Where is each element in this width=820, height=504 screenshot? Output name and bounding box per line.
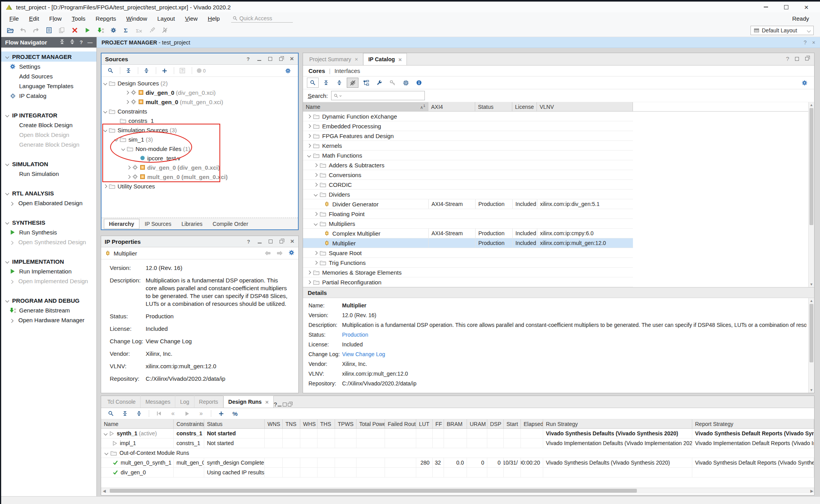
column-header-dsp[interactable]: DSP xyxy=(487,419,504,428)
layout-selector[interactable]: Default Layout xyxy=(750,26,814,35)
flow-item-run-implementation[interactable]: Run Implementation xyxy=(1,266,96,276)
chevron-right-icon[interactable] xyxy=(125,91,129,94)
edit-disabled-button[interactable] xyxy=(146,25,158,35)
report-button[interactable] xyxy=(43,25,55,35)
column-header-whs[interactable]: WHS xyxy=(300,419,317,428)
scroll-up-arrow[interactable]: ▲ xyxy=(809,298,814,303)
column-header-tns[interactable]: TNS xyxy=(283,419,300,428)
chevron-right-icon[interactable] xyxy=(103,184,107,188)
catalog-row[interactable]: Complex MultiplierAXI4-StreamProductionI… xyxy=(303,229,633,238)
run-button[interactable] xyxy=(82,25,93,35)
scroll-up-arrow[interactable]: ▲ xyxy=(809,102,814,108)
menu-help[interactable]: Help xyxy=(203,14,225,23)
float-icon[interactable] xyxy=(287,402,292,407)
close-tab-icon[interactable]: × xyxy=(398,56,402,63)
column-header-vlnv[interactable]: VLNV xyxy=(537,102,633,111)
sources-tree-row[interactable]: sim_1 (3) xyxy=(102,135,298,144)
sources-panel-header[interactable]: Sources ? × xyxy=(102,53,298,65)
collapse-all-button[interactable] xyxy=(123,66,134,76)
menu-reports[interactable]: Reports xyxy=(91,14,121,23)
column-header-start[interactable]: Start xyxy=(504,419,521,428)
flow-item-open-synthesized-design[interactable]: Open Synthesized Design xyxy=(1,237,96,247)
chevron-down-icon[interactable] xyxy=(5,113,9,117)
flow-section-header[interactable]: PROJECT MANAGER xyxy=(1,51,96,62)
catalog-row[interactable]: Kernels xyxy=(303,141,633,151)
ip-properties-header[interactable]: IP Properties ? × xyxy=(101,236,298,247)
back-arrow-icon[interactable] xyxy=(264,250,271,257)
catalog-row[interactable]: Partial Reconfiguration xyxy=(303,277,633,287)
chevron-down-icon[interactable] xyxy=(103,81,107,85)
column-header-license[interactable]: License xyxy=(512,102,537,111)
flow-item-open-hardware-manager[interactable]: Open Hardware Manager xyxy=(1,315,96,325)
run-button[interactable] xyxy=(181,408,193,419)
expand-all-button[interactable] xyxy=(133,408,145,419)
close-icon[interactable]: × xyxy=(290,239,295,244)
chevron-down-icon[interactable] xyxy=(121,147,125,151)
catalog-row[interactable]: Square Root xyxy=(303,248,633,258)
flow-item-settings[interactable]: Settings xyxy=(1,62,96,71)
collapse-all-icon[interactable] xyxy=(59,39,65,46)
property-link[interactable]: View Change Log xyxy=(146,337,291,345)
chevron-right-icon[interactable] xyxy=(307,280,311,284)
catalog-row[interactable]: Divider GeneratorAXI4-StreamProductionIn… xyxy=(303,199,633,209)
window-minimize-button[interactable] xyxy=(763,4,768,10)
chevron-down-icon[interactable] xyxy=(314,192,318,196)
minimize-icon[interactable] xyxy=(257,239,262,244)
scope-button[interactable]: ? xyxy=(176,66,188,76)
sources-tree-row[interactable]: Simulation Sources (3) xyxy=(102,125,298,135)
catalog-row[interactable]: Conversions xyxy=(303,170,633,180)
catalog-search-input[interactable] xyxy=(331,91,425,100)
flow-item-language-templates[interactable]: Language Templates xyxy=(1,81,96,91)
tab-cores[interactable]: Cores xyxy=(308,67,325,74)
column-header-lut[interactable]: LUT xyxy=(416,419,433,428)
flow-section-header[interactable]: SIMULATION xyxy=(1,159,96,169)
step-back-button[interactable]: « xyxy=(167,408,179,419)
flow-item-add-sources[interactable]: Add Sources xyxy=(1,71,96,81)
sources-tab-libraries[interactable]: Libraries xyxy=(177,219,207,229)
catalog-row[interactable]: CORDIC xyxy=(303,180,633,190)
column-header-constraints[interactable]: Constraints xyxy=(174,419,204,428)
copy-button[interactable] xyxy=(56,25,68,35)
chevron-right-icon[interactable] xyxy=(307,144,311,147)
forward-arrow-icon[interactable] xyxy=(276,250,283,257)
scroll-down-arrow[interactable]: ▼ xyxy=(809,282,814,287)
details-link[interactable]: View Change Log xyxy=(342,351,806,358)
close-icon[interactable]: × xyxy=(812,39,815,46)
help-icon[interactable]: ? xyxy=(80,39,83,45)
sources-tree-row[interactable]: div_gen_0 (div_gen_0.xci) xyxy=(102,88,298,97)
create-runs-button[interactable] xyxy=(215,408,227,419)
flow-item-run-synthesis[interactable]: Run Synthesis xyxy=(1,227,96,237)
column-header-elapsed[interactable]: Elapsed xyxy=(521,419,543,428)
column-header-bram[interactable]: BRAM xyxy=(444,419,467,428)
runs-table-row[interactable]: mult_gen_0_synth_1mult_gen_0synth_design… xyxy=(101,458,814,468)
chevron-right-icon[interactable] xyxy=(314,173,318,177)
chevron-down-icon[interactable] xyxy=(5,55,9,59)
catalog-row[interactable]: Adders & Subtracters xyxy=(303,160,633,170)
expand-all-icon[interactable] xyxy=(70,39,75,46)
chevron-right-icon[interactable] xyxy=(314,183,318,186)
column-header-wns[interactable]: WNS xyxy=(265,419,283,428)
flow-item-generate-block-design[interactable]: Generate Block Design xyxy=(1,140,96,149)
quick-access-search[interactable]: Quick Access xyxy=(231,14,293,23)
flow-item-create-block-design[interactable]: Create Block Design xyxy=(1,120,96,130)
open-project-button[interactable] xyxy=(4,25,16,35)
generate-bitstream-button[interactable]: 0110 xyxy=(94,25,106,35)
menu-tools[interactable]: Tools xyxy=(67,14,91,23)
flow-section-header[interactable]: PROGRAM AND DEBUG xyxy=(1,295,96,305)
chevron-right-icon[interactable] xyxy=(307,124,311,128)
sources-tree-row[interactable]: ipcore_test.v xyxy=(102,153,298,163)
flow-item-generate-bitstream[interactable]: 0110Generate Bitstream xyxy=(1,305,96,315)
flow-section-header[interactable]: SYNTHESIS xyxy=(1,217,96,227)
undo-button[interactable] xyxy=(17,25,29,35)
runs-table-row[interactable]: synth_1 (active)constrs_1Not startedViva… xyxy=(101,429,814,438)
search-button[interactable] xyxy=(105,66,116,76)
chevron-right-icon[interactable] xyxy=(10,319,14,323)
chevron-down-icon[interactable] xyxy=(307,153,311,157)
runs-table-row[interactable]: Out-of-Context Module Runs xyxy=(101,448,814,458)
customize-ip-button[interactable] xyxy=(373,78,385,88)
chevron-right-icon[interactable] xyxy=(10,280,14,284)
sources-tree-row[interactable]: mult_gen_0 (mult_gen_0.xci) xyxy=(102,172,298,181)
menu-window[interactable]: Window xyxy=(121,14,152,23)
column-header-report-strategy[interactable]: Report Strategy xyxy=(692,419,814,428)
column-header-total-power[interactable]: Total Power xyxy=(357,419,385,428)
